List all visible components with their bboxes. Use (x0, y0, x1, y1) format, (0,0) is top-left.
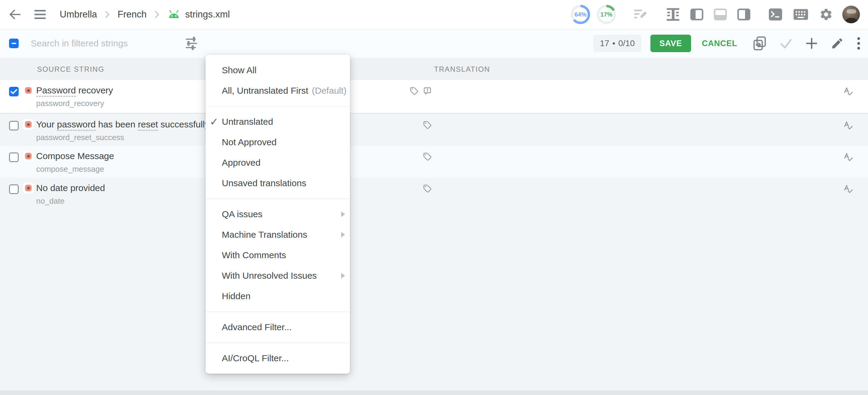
filter-menu-group: AI/CroQL Filter... (206, 343, 350, 373)
breadcrumb-chevron-icon (105, 10, 110, 19)
source-string-text[interactable]: Compose Message (36, 150, 114, 163)
table-header: SOURCE STRING TRANSLATION (0, 58, 868, 80)
source-string-header: SOURCE STRING (37, 65, 104, 73)
menu-item-untranslated[interactable]: ✓Untranslated (206, 111, 350, 132)
select-all-checkbox[interactable] (9, 39, 19, 48)
filter-menu-group: ✓Untranslated Not Approved Approved Unsa… (206, 106, 350, 199)
menu-item-with-unresolved-issues[interactable]: With Unresolved Issues (206, 265, 350, 286)
string-key: password_recovery (36, 99, 104, 108)
approved-progress-ring: 17% (597, 5, 616, 24)
string-row[interactable]: Compose Message compose_message (0, 146, 868, 178)
menu-item-all-untranslated-first[interactable]: All, Untranslated First(Default) (206, 80, 350, 101)
approve-translation-icon[interactable] (843, 121, 853, 130)
side-by-side-view-icon[interactable] (666, 7, 680, 22)
edit-pencil-icon[interactable] (831, 37, 844, 50)
top-bar: Umbrella French strings.xml 64% 17% (0, 0, 868, 29)
bottom-panel-view-icon[interactable] (714, 8, 727, 21)
keyboard-shortcuts-icon[interactable] (793, 9, 808, 20)
tag-icon[interactable] (423, 121, 432, 129)
default-suffix: (Default) (312, 86, 347, 96)
translation-header: TRANSLATION (434, 65, 490, 73)
menu-item-not-approved[interactable]: Not Approved (206, 132, 350, 153)
comment-issue-icon[interactable] (423, 87, 432, 95)
submenu-arrow-icon (341, 273, 345, 278)
string-key: compose_message (36, 165, 104, 174)
counter-selected: 0/10 (618, 39, 635, 48)
approve-translation-icon[interactable] (843, 87, 853, 96)
menu-item-qa-issues[interactable]: QA issues (206, 204, 350, 225)
counter-total: 17 (600, 39, 610, 48)
source-string-text[interactable]: No date provided (36, 182, 105, 195)
search-input[interactable] (31, 35, 173, 52)
breadcrumb-chevron-icon (155, 10, 159, 19)
string-row[interactable]: No date provided no_date (0, 178, 868, 210)
plus-icon[interactable] (805, 37, 818, 50)
approve-check-icon[interactable] (779, 37, 793, 50)
untranslated-status-dot (23, 85, 34, 96)
menu-item-show-all[interactable]: Show All (206, 60, 350, 80)
row-checkbox[interactable] (9, 121, 19, 130)
right-panel-view-icon[interactable] (737, 8, 750, 21)
translated-progress-ring: 64% (571, 5, 590, 24)
filter-dropdown-menu: Show All All, Untranslated First(Default… (206, 55, 350, 373)
untranslated-status-dot (23, 151, 34, 162)
menu-item-hidden[interactable]: Hidden (206, 286, 350, 306)
copy-source-icon[interactable] (753, 36, 767, 51)
crowdin-editor-page: { "topbar": { "breadcrumb": { "project":… (0, 0, 868, 395)
submenu-arrow-icon (341, 211, 345, 217)
breadcrumb: Umbrella French strings.xml (60, 9, 230, 20)
submenu-arrow-icon (341, 232, 345, 237)
filter-menu-group: Show All All, Untranslated First(Default… (206, 55, 350, 106)
approved-progress-value: 17% (599, 7, 614, 22)
string-key: password_reset_success (36, 133, 124, 142)
user-avatar[interactable] (842, 5, 860, 24)
back-arrow-icon[interactable] (8, 8, 22, 21)
row-checkbox[interactable] (9, 185, 19, 194)
filter-menu-group: Advanced Filter... (206, 312, 350, 343)
row-checkbox[interactable] (9, 87, 19, 96)
source-string-text[interactable]: Password recovery (36, 84, 113, 97)
row-checkbox[interactable] (9, 153, 19, 162)
breadcrumb-project[interactable]: Umbrella (60, 9, 97, 20)
indeterminate-mark (11, 43, 16, 44)
bottom-edge-strip (0, 391, 868, 395)
filter-menu-group: QA issues Machine Translations With Comm… (206, 199, 350, 312)
playlist-edit-icon[interactable] (633, 7, 649, 22)
editor-toolbar: 17 • 0/10 SAVE CANCEL (0, 29, 868, 58)
kebab-menu-icon[interactable] (857, 37, 860, 50)
tag-icon[interactable] (423, 153, 432, 161)
translated-progress-value: 64% (573, 7, 588, 22)
source-string-text[interactable]: Your password has been reset successfull… (36, 118, 209, 131)
settings-gear-icon[interactable] (819, 7, 833, 22)
menu-item-machine-translations[interactable]: Machine Translations (206, 225, 350, 245)
breadcrumb-file[interactable]: strings.xml (185, 9, 230, 20)
approve-translation-icon[interactable] (843, 153, 853, 162)
menu-item-with-comments[interactable]: With Comments (206, 245, 350, 265)
untranslated-status-dot (23, 119, 34, 130)
menu-item-unsaved-translations[interactable]: Unsaved translations (206, 173, 350, 193)
save-button[interactable]: SAVE (650, 35, 691, 52)
menu-item-approved[interactable]: Approved (206, 153, 350, 173)
hamburger-menu-icon[interactable] (34, 9, 46, 20)
left-panel-view-icon[interactable] (690, 8, 704, 21)
menu-item-ai-croql-filter[interactable]: AI/CroQL Filter... (206, 348, 350, 368)
string-key: no_date (36, 196, 64, 206)
selected-checkmark-icon: ✓ (210, 116, 218, 128)
tune-icon[interactable] (184, 36, 199, 51)
android-file-icon (167, 10, 181, 19)
string-row[interactable]: Password recovery password_recovery (0, 80, 868, 113)
approve-translation-icon[interactable] (843, 185, 853, 194)
menu-item-advanced-filter[interactable]: Advanced Filter... (206, 317, 350, 337)
terminal-icon[interactable] (769, 8, 782, 21)
tag-icon[interactable] (410, 87, 418, 95)
tag-icon[interactable] (423, 185, 432, 193)
counter-separator: • (613, 39, 615, 48)
cancel-button[interactable]: CANCEL (702, 39, 737, 48)
untranslated-status-dot (23, 183, 34, 193)
strings-counter: 17 • 0/10 (593, 35, 641, 52)
breadcrumb-language[interactable]: French (118, 9, 147, 20)
string-row[interactable]: Your password has been reset successfull… (0, 114, 868, 146)
